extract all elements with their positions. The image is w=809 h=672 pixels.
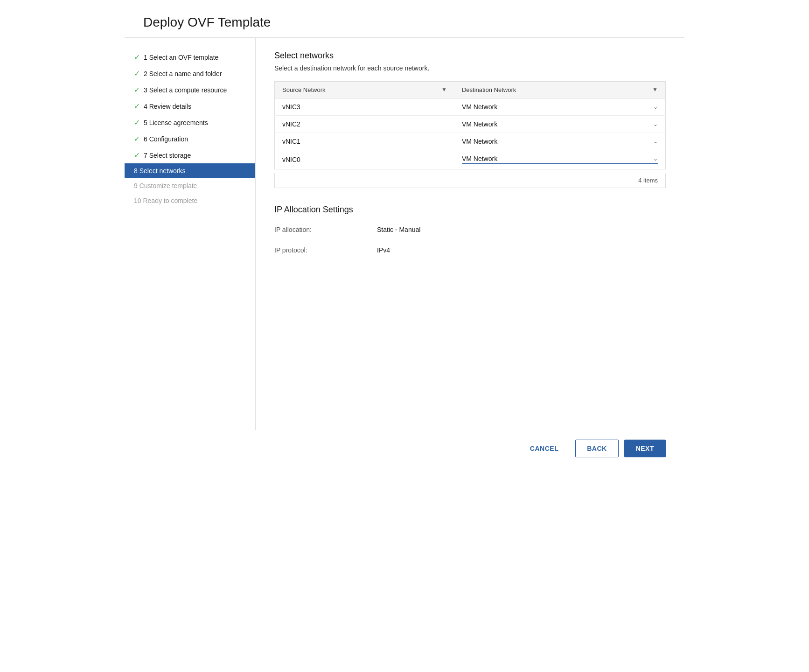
check-icon: ✓: [134, 118, 140, 127]
ip-field-label: IP protocol:: [274, 246, 377, 254]
check-icon: ✓: [134, 102, 140, 111]
ip-field-label: IP allocation:: [274, 226, 377, 233]
network-dropdown[interactable]: VM Network⌄: [462, 103, 658, 111]
source-network-cell: vNIC2: [275, 116, 454, 133]
sidebar-item-step8[interactable]: 8 Select networks: [125, 163, 255, 178]
section-title: Select networks: [274, 51, 666, 61]
dialog-title: Deploy OVF Template: [143, 15, 666, 30]
network-value: VM Network: [462, 120, 497, 128]
network-value: VM Network: [462, 103, 497, 111]
cancel-button[interactable]: CANCEL: [519, 440, 570, 457]
sidebar-item-step5[interactable]: ✓5 License agreements: [125, 114, 255, 131]
table-footer: 4 items: [274, 173, 666, 188]
networks-tbody: vNIC3VM Network⌄vNIC2VM Network⌄vNIC1VM …: [275, 98, 666, 169]
ip-field-value: IPv4: [377, 246, 390, 254]
chevron-down-icon: ⌄: [653, 104, 658, 110]
check-icon: ✓: [134, 151, 140, 160]
source-network-cell: vNIC1: [275, 133, 454, 150]
networks-table: Source Network ▼ Destination Network ▼ v…: [274, 81, 666, 169]
sidebar-item-step6[interactable]: ✓6 Configuration: [125, 131, 255, 147]
deploy-ovf-dialog: Deploy OVF Template ✓1 Select an OVF tem…: [125, 0, 684, 467]
source-network-cell: vNIC3: [275, 98, 454, 116]
sidebar-item-step1[interactable]: ✓1 Select an OVF template: [125, 49, 255, 65]
network-value: VM Network: [462, 138, 497, 145]
sidebar-item-label: 6 Configuration: [144, 135, 188, 143]
next-button[interactable]: NEXT: [624, 440, 666, 457]
ip-row: IP allocation:Static - Manual: [274, 226, 666, 233]
ip-fields: IP allocation:Static - ManualIP protocol…: [274, 226, 666, 254]
dialog-header: Deploy OVF Template: [125, 0, 684, 38]
sidebar-item-step3[interactable]: ✓3 Select a compute resource: [125, 82, 255, 98]
table-row: vNIC0VM Network⌄: [275, 150, 666, 169]
network-value: VM Network: [462, 155, 497, 162]
check-icon: ✓: [134, 85, 140, 94]
ip-allocation-section: IP Allocation Settings IP allocation:Sta…: [274, 205, 666, 254]
destination-filter-icon[interactable]: ▼: [652, 86, 658, 93]
destination-network-cell[interactable]: VM Network⌄: [454, 98, 666, 116]
sidebar-item-step4[interactable]: ✓4 Review details: [125, 98, 255, 114]
sidebar-item-label: 7 Select storage: [144, 152, 191, 159]
destination-network-cell[interactable]: VM Network⌄: [454, 133, 666, 150]
destination-network-cell[interactable]: VM Network⌄: [454, 150, 666, 169]
sidebar-item-label: 2 Select a name and folder: [144, 70, 222, 77]
check-icon: ✓: [134, 134, 140, 143]
dialog-body: ✓1 Select an OVF template✓2 Select a nam…: [125, 38, 684, 430]
chevron-down-icon: ⌄: [653, 155, 658, 162]
sidebar-item-step7[interactable]: ✓7 Select storage: [125, 147, 255, 163]
sidebar-item-step9: 9 Customize template: [125, 178, 255, 193]
sidebar-item-label: 9 Customize template: [134, 182, 197, 189]
main-content: Select networks Select a destination net…: [255, 38, 684, 430]
table-header: Source Network ▼ Destination Network ▼: [275, 82, 666, 98]
sidebar-item-label: 5 License agreements: [144, 119, 208, 126]
table-row: vNIC2VM Network⌄: [275, 116, 666, 133]
check-icon: ✓: [134, 53, 140, 62]
dialog-footer: CANCEL BACK NEXT: [125, 430, 684, 467]
network-dropdown[interactable]: VM Network⌄: [462, 138, 658, 145]
check-icon: ✓: [134, 69, 140, 78]
sidebar-item-label: 3 Select a compute resource: [144, 86, 227, 94]
back-button[interactable]: BACK: [575, 440, 618, 457]
chevron-down-icon: ⌄: [653, 121, 658, 127]
sidebar-item-step2[interactable]: ✓2 Select a name and folder: [125, 65, 255, 82]
table-row: vNIC3VM Network⌄: [275, 98, 666, 116]
source-network-cell: vNIC0: [275, 150, 454, 169]
destination-network-header[interactable]: Destination Network ▼: [454, 82, 666, 98]
ip-row: IP protocol:IPv4: [274, 246, 666, 254]
sidebar-item-label: 10 Ready to complete: [134, 197, 197, 204]
ip-field-value: Static - Manual: [377, 226, 420, 233]
sidebar-item-step10: 10 Ready to complete: [125, 193, 255, 208]
sidebar-item-label: 4 Review details: [144, 103, 191, 110]
sidebar-item-label: 8 Select networks: [134, 167, 186, 175]
section-description: Select a destination network for each so…: [274, 64, 666, 72]
table-row: vNIC1VM Network⌄: [275, 133, 666, 150]
sidebar-item-label: 1 Select an OVF template: [144, 54, 218, 61]
source-filter-icon[interactable]: ▼: [441, 86, 447, 93]
network-dropdown[interactable]: VM Network⌄: [462, 155, 658, 164]
ip-section-title: IP Allocation Settings: [274, 205, 666, 215]
sidebar: ✓1 Select an OVF template✓2 Select a nam…: [125, 38, 255, 430]
network-dropdown[interactable]: VM Network⌄: [462, 120, 658, 128]
source-network-header[interactable]: Source Network ▼: [275, 82, 454, 98]
chevron-down-icon: ⌄: [653, 138, 658, 145]
destination-network-cell[interactable]: VM Network⌄: [454, 116, 666, 133]
